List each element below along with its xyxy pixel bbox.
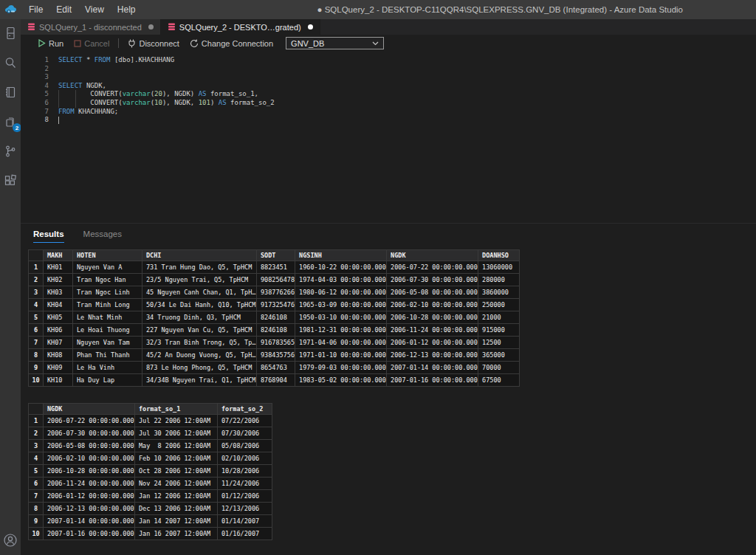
grid-cell[interactable]: 2006-07-30 00:00:00.000 <box>387 274 478 286</box>
tab-sqlquery2[interactable]: SQLQuery_2 - DESKTO…grated) <box>161 19 320 35</box>
run-button[interactable]: Run <box>32 35 69 52</box>
grid-column-header[interactable]: NGSINH <box>295 250 387 261</box>
extensions-icon[interactable] <box>3 173 18 188</box>
grid-column-header[interactable]: HOTEN <box>73 250 142 261</box>
menu-view[interactable]: View <box>78 0 111 19</box>
grid-cell[interactable]: KH10 <box>44 374 73 387</box>
grid-cell[interactable]: Nov 24 2006 12:00AM <box>135 478 218 490</box>
grid-column-header[interactable]: DOANHSO <box>478 250 520 261</box>
grid-cell[interactable]: 8246108 <box>257 324 295 337</box>
grid-column-header[interactable]: NGDK <box>44 404 135 415</box>
grid-cell[interactable]: May 8 2006 12:00AM <box>135 440 218 452</box>
dirty-indicator[interactable] <box>308 24 313 30</box>
grid-cell[interactable]: KH03 <box>44 286 73 299</box>
grid-cell[interactable]: Phan Thi Thanh <box>73 349 142 362</box>
grid-cell[interactable]: KH09 <box>44 362 73 374</box>
grid-row-number[interactable]: 2 <box>29 274 44 286</box>
grid-row-number[interactable]: 6 <box>29 324 44 337</box>
grid-corner-cell[interactable] <box>29 250 44 261</box>
grid-cell[interactable]: 8246108 <box>257 311 295 324</box>
grid-cell[interactable]: 2006-02-10 00:00:00.000 <box>44 452 135 465</box>
grid-cell[interactable]: 2006-07-30 00:00:00.000 <box>44 427 135 440</box>
grid-cell[interactable]: 8654763 <box>257 362 295 374</box>
database-dropdown[interactable]: GNV_DB <box>286 37 384 49</box>
grid-cell[interactable]: 1981-12-31 00:00:00.000 <box>295 324 387 337</box>
grid-cell[interactable]: 07/30/2006 <box>218 427 272 440</box>
grid-cell[interactable]: 280000 <box>478 274 520 286</box>
grid-cell[interactable]: 8768904 <box>257 374 295 387</box>
grid-cell[interactable]: 915000 <box>478 324 520 337</box>
code-line[interactable]: CONVERT(varchar(10), NGDK, 101) AS forma… <box>58 99 275 108</box>
grid-row-number[interactable]: 2 <box>29 427 44 440</box>
grid-cell[interactable]: 13060000 <box>478 261 520 274</box>
tab-results[interactable]: Results <box>33 230 64 243</box>
account-icon[interactable] <box>3 533 18 548</box>
grid-cell[interactable]: Tran Minh Long <box>73 299 142 311</box>
menu-help[interactable]: Help <box>111 0 142 19</box>
grid-cell[interactable]: 32/3 Tran Binh Trong, Q5, Tp… <box>142 337 257 349</box>
grid-cell[interactable]: Jan 12 2006 12:00AM <box>135 490 218 503</box>
grid-row-number[interactable]: 3 <box>29 440 44 452</box>
code-line[interactable]: SELECT NGDK, <box>58 82 106 91</box>
grid-cell[interactable]: KH04 <box>44 299 73 311</box>
grid-cell[interactable]: 2006-11-24 00:00:00.000 <box>44 478 135 490</box>
explorer-icon[interactable]: 2 <box>3 114 18 129</box>
grid-row-number[interactable]: 7 <box>29 337 44 349</box>
grid-cell[interactable]: 1960-10-22 00:00:00.000 <box>295 261 387 274</box>
grid-cell[interactable]: 938776266 <box>257 286 295 299</box>
grid-corner-cell[interactable] <box>29 404 44 415</box>
grid-column-header[interactable]: format_so_2 <box>218 404 272 415</box>
tab-sqlquery1[interactable]: SQLQuery_1 - disconnected <box>21 19 161 35</box>
grid-row-number[interactable]: 1 <box>29 415 44 427</box>
grid-column-header[interactable]: DCHI <box>142 250 257 261</box>
grid-cell[interactable]: 2006-01-12 00:00:00.000 <box>44 490 135 503</box>
grid-cell[interactable]: KH05 <box>44 311 73 324</box>
code-line[interactable]: FROM KHACHHANG; <box>58 108 118 117</box>
grid-row-number[interactable]: 4 <box>29 452 44 465</box>
grid-cell[interactable]: 05/08/2006 <box>218 440 272 452</box>
grid-cell[interactable]: 227 Nguyen Van Cu, Q5, TpHCM <box>142 324 257 337</box>
grid-cell[interactable]: 916783565 <box>257 337 295 349</box>
grid-cell[interactable]: Dec 13 2006 12:00AM <box>135 503 218 515</box>
grid-row-number[interactable]: 1 <box>29 261 44 274</box>
grid-cell[interactable]: KH07 <box>44 337 73 349</box>
grid-cell[interactable]: Nguyen Van A <box>73 261 142 274</box>
grid-cell[interactable]: KH08 <box>44 349 73 362</box>
dirty-indicator[interactable] <box>148 24 154 30</box>
grid-cell[interactable]: 45 Nguyen Canh Chan, Q1, TpH… <box>142 286 257 299</box>
grid-cell[interactable]: 12500 <box>478 337 520 349</box>
grid-cell[interactable]: 2007-01-16 00:00:00.000 <box>44 528 135 540</box>
grid-cell[interactable]: Jul 22 2006 12:00AM <box>135 415 218 427</box>
grid-row-number[interactable]: 8 <box>29 349 44 362</box>
grid-cell[interactable]: 12/13/2006 <box>218 503 272 515</box>
menu-edit[interactable]: Edit <box>49 0 78 19</box>
grid-cell[interactable]: 21000 <box>478 311 520 324</box>
grid-cell[interactable]: 873 Le Hong Phong, Q5, TpHCM <box>142 362 257 374</box>
grid-cell[interactable]: 2006-02-10 00:00:00.000 <box>387 299 478 311</box>
grid-row-number[interactable]: 3 <box>29 286 44 299</box>
grid-cell[interactable]: 1979-09-03 00:00:00.000 <box>295 362 387 374</box>
grid-cell[interactable]: 1983-05-02 00:00:00.000 <box>295 374 387 387</box>
disconnect-button[interactable]: Disconnect <box>123 35 184 52</box>
grid-cell[interactable]: 2006-11-24 00:00:00.000 <box>387 324 478 337</box>
grid-cell[interactable]: 8823451 <box>257 261 295 274</box>
grid-row-number[interactable]: 4 <box>29 299 44 311</box>
grid-cell[interactable]: 2006-10-28 00:00:00.000 <box>44 465 135 478</box>
grid-cell[interactable]: 1965-03-09 00:00:00.000 <box>295 299 387 311</box>
grid-cell[interactable]: 917325476 <box>257 299 295 311</box>
grid-cell[interactable]: 01/16/2007 <box>218 528 272 540</box>
grid-cell[interactable]: 1980-06-12 00:00:00.000 <box>295 286 387 299</box>
grid-cell[interactable]: 2006-12-13 00:00:00.000 <box>44 503 135 515</box>
grid-row-number[interactable]: 10 <box>29 528 44 540</box>
grid-cell[interactable]: 34/34B Nguyen Trai, Q1, TpHCM <box>142 374 257 387</box>
grid-row-number[interactable]: 7 <box>29 490 44 503</box>
connections-icon[interactable] <box>3 26 18 41</box>
grid-cell[interactable]: 67500 <box>478 374 520 387</box>
grid-cell[interactable]: KH01 <box>44 261 73 274</box>
grid-cell[interactable]: 908256478 <box>257 274 295 286</box>
tab-messages[interactable]: Messages <box>83 230 122 243</box>
grid-row-number[interactable]: 9 <box>29 362 44 374</box>
grid-row-number[interactable]: 10 <box>29 374 44 387</box>
grid-cell[interactable]: 3860000 <box>478 286 520 299</box>
grid-cell[interactable]: 1971-01-10 00:00:00.000 <box>295 349 387 362</box>
